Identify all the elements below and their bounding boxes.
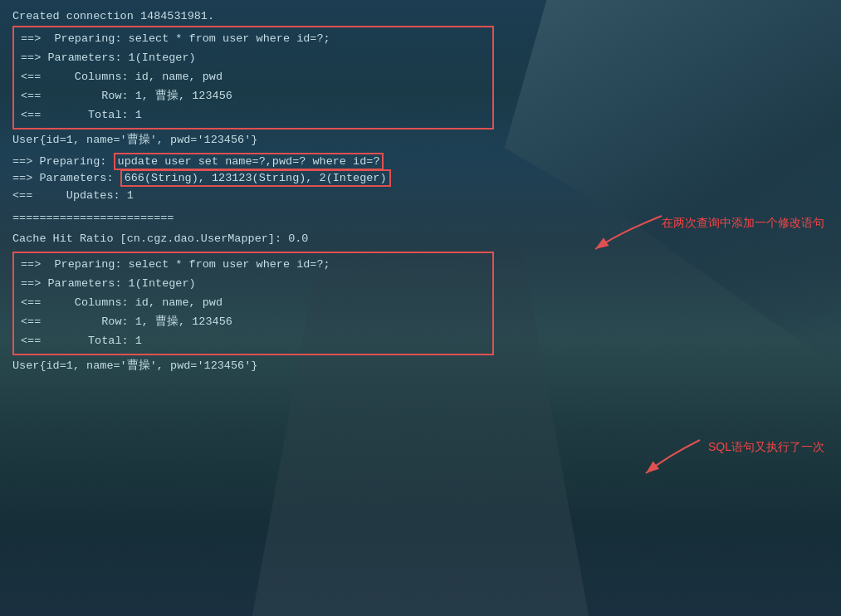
block1-line5: <== Total: 1: [21, 106, 486, 125]
main-content: Created connection 1484531981. ==> Prepa…: [0, 0, 841, 616]
block1-line3: <== Columns: id, name, pwd: [21, 68, 486, 87]
annotation1-text: 在两次查询中添加一个修改语句: [662, 216, 824, 231]
annotation2-arrow: [633, 436, 733, 486]
block3-line5: <== Total: 1: [21, 332, 486, 351]
cache-line: Cache Hit Ratio [cn.cgz.dao.UserMapper]:…: [12, 230, 829, 249]
block2-params-prefix: ==> Parameters:: [12, 172, 120, 184]
block3-last-line: User{id=1, name='曹操', pwd='123456'}: [12, 357, 829, 376]
block3-line2: ==> Parameters: 1(Integer): [21, 275, 486, 294]
annotation1-container: 在两次查询中添加一个修改语句: [662, 216, 824, 231]
block2-params-highlighted: 666(String), 123123(String), 2(Integer): [120, 169, 391, 187]
block3-line4: <== Row: 1, 曹操, 123456: [21, 313, 486, 332]
block3-line3: <== Columns: id, name, pwd: [21, 294, 486, 313]
annotation1-arrow: [579, 208, 678, 257]
block2-line1-prefix: ==> Preparing:: [12, 155, 114, 168]
block3-line1: ==> Preparing: select * from user where …: [21, 256, 486, 275]
block1-last-line: User{id=1, name='曹操', pwd='123456'}: [12, 131, 829, 150]
block1-line4: <== Row: 1, 曹操, 123456: [21, 87, 486, 106]
block2-updates: <== Updates: 1: [12, 187, 829, 206]
header-line: Created connection 1484531981.: [12, 10, 829, 22]
block3-box: ==> Preparing: select * from user where …: [12, 252, 494, 355]
block1-box: ==> Preparing: select * from user where …: [12, 26, 494, 130]
block1-line1: ==> Preparing: select * from user where …: [21, 30, 486, 49]
annotation2-container: SQL语句又执行了一次: [708, 440, 824, 455]
block1-line2: ==> Parameters: 1(Integer): [21, 49, 486, 68]
block2-highlighted: update user set name=?,pwd=? where id=?: [114, 153, 384, 170]
